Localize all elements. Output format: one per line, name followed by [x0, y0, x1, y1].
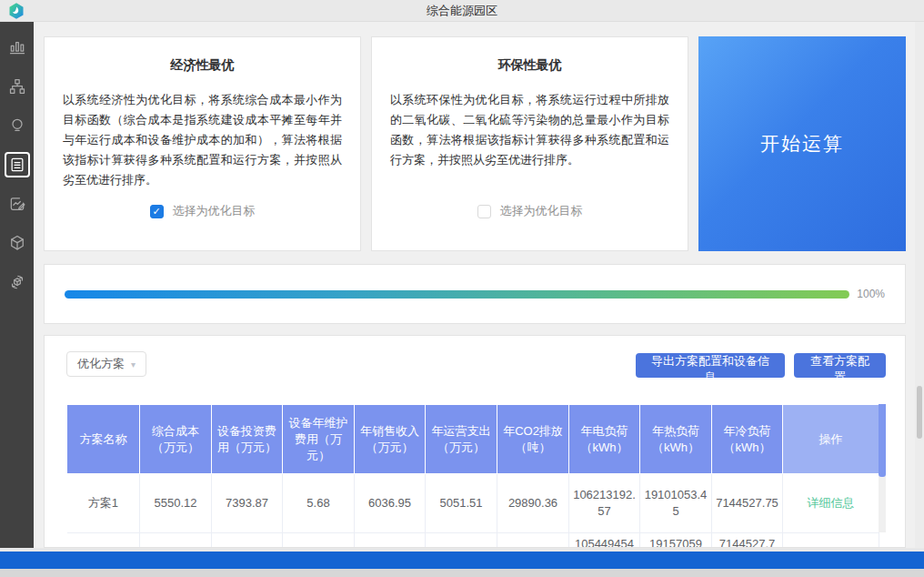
table-cell	[212, 533, 283, 549]
economic-checkbox-label: 选择为优化目标	[173, 203, 256, 219]
start-calculation-label: 开始运算	[760, 131, 844, 157]
environmental-card-description: 以系统环保性为优化目标，将系统运行过程中所排放的二氧化碳、二氧化硫等污染物的总量…	[390, 90, 669, 170]
sidebar-item-model[interactable]	[5, 230, 30, 256]
table-action-cell	[783, 533, 879, 549]
table-header-cell: 年热负荷（kWh）	[640, 405, 712, 474]
plan-type-dropdown[interactable]: 优化方案 ▾	[66, 351, 146, 377]
economic-checkbox-row[interactable]: ✓ 选择为优化目标	[45, 203, 360, 219]
lightbulb-icon	[8, 116, 26, 135]
table-header-cell: 年销售收入（万元）	[355, 405, 426, 474]
sidebar	[0, 22, 34, 548]
table-cell: 19157059	[640, 533, 712, 549]
page-scrollbar-thumb[interactable]	[917, 386, 922, 439]
export-config-button[interactable]: 导出方案配置和设备信息	[636, 353, 785, 378]
sidebar-item-simulation[interactable]	[5, 269, 30, 295]
progress-bar	[65, 290, 849, 299]
sidebar-item-topology[interactable]	[5, 74, 30, 99]
economic-card-title: 经济性最优	[63, 57, 342, 74]
table-cell: 7393.87	[212, 474, 283, 533]
table-cell	[497, 533, 569, 549]
bar-chart-icon	[8, 38, 26, 56]
table-header-cell: 年电负荷（kWh）	[569, 405, 640, 474]
table-header-cell: 设备投资费用（万元）	[212, 405, 283, 474]
cube-icon	[8, 234, 26, 252]
table-cell: 5051.51	[426, 474, 497, 533]
sidebar-item-report[interactable]	[5, 191, 30, 217]
table-header-cell: 综合成本（万元）	[140, 405, 212, 474]
table-cell: 方案1	[67, 474, 140, 533]
bottom-taskbar	[0, 552, 924, 569]
table-cell: 29890.36	[497, 474, 569, 533]
table-cell	[426, 533, 497, 549]
sidebar-item-energy[interactable]	[5, 113, 30, 138]
table-header-cell: 方案名称	[67, 405, 140, 474]
plan-type-dropdown-label: 优化方案	[77, 356, 125, 372]
detail-info-link[interactable]: 详细信息	[808, 496, 855, 510]
table-cell	[283, 533, 355, 549]
environmental-objective-card: 环保性最优 以系统环保性为优化目标，将系统运行过程中所排放的二氧化碳、二氧化硫等…	[371, 36, 688, 251]
table-cell: 105449454	[569, 533, 640, 549]
table-cell	[140, 533, 212, 549]
table-cell: 7144527.7	[712, 533, 783, 549]
page-title: 综合能源园区	[0, 3, 924, 19]
table-cell: 106213192.57	[569, 474, 640, 533]
table-cell: 19101053.45	[640, 474, 712, 533]
view-config-button[interactable]: 查看方案配置	[794, 353, 886, 378]
table-header-cell: 设备年维护费用（万元）	[283, 405, 355, 474]
table-scrollbar-track[interactable]	[879, 404, 886, 532]
progress-fill	[65, 290, 849, 299]
sidebar-item-optimization[interactable]	[5, 152, 30, 177]
economic-objective-card: 经济性最优 以系统经济性为优化目标，将系统综合成本最小作为目标函数（综合成本是指…	[44, 36, 361, 251]
bottom-edge-strip	[0, 569, 924, 577]
table-cell	[355, 533, 426, 549]
table-cell: 7144527.75	[712, 474, 783, 533]
chevron-down-icon: ▾	[131, 359, 136, 369]
table-cell	[67, 533, 140, 549]
table-action-cell: 详细信息	[783, 474, 879, 533]
table-header-cell: 年运营支出（万元）	[426, 405, 497, 474]
environmental-checkbox-label: 选择为优化目标	[500, 203, 583, 219]
progress-card: 100%	[44, 264, 906, 324]
edit-report-icon	[8, 195, 26, 213]
sitemap-icon	[8, 77, 26, 96]
table-header-cell: 年CO2排放（吨）	[497, 405, 569, 474]
economic-checkbox[interactable]: ✓	[150, 205, 164, 218]
app-logo-icon	[7, 2, 25, 20]
economic-card-description: 以系统经济性为优化目标，将系统综合成本最小作为目标函数（综合成本是指系统建设成本…	[63, 90, 342, 190]
table-cell: 5550.12	[140, 474, 212, 533]
cube-rotate-icon	[8, 273, 26, 291]
environmental-card-title: 环保性最优	[390, 57, 669, 74]
table-row: 方案15550.127393.875.686036.955051.5129890…	[67, 474, 879, 533]
document-list-icon	[8, 156, 26, 174]
table-cell: 5.68	[283, 474, 355, 533]
page-scrollbar-track[interactable]	[915, 22, 924, 548]
title-bar: 综合能源园区	[0, 0, 924, 22]
table-header-cell: 操作	[783, 405, 879, 474]
table-row: 105449454191570597144527.7	[67, 533, 879, 549]
main-content: 经济性最优 以系统经济性为优化目标，将系统综合成本最小作为目标函数（综合成本是指…	[34, 22, 924, 548]
table-header-row: 方案名称综合成本（万元）设备投资费用（万元）设备年维护费用（万元）年销售收入（万…	[67, 405, 879, 474]
sidebar-item-statistics[interactable]	[5, 35, 30, 60]
table-header-cell: 年冷负荷（kWh）	[712, 405, 783, 474]
results-card: 优化方案 ▾ 导出方案配置和设备信息 查看方案配置 方案名称综合成本（万元）设备…	[44, 335, 906, 548]
environmental-checkbox[interactable]	[477, 205, 491, 218]
start-calculation-button[interactable]: 开始运算	[698, 36, 906, 251]
progress-percent-label: 100%	[857, 288, 885, 300]
table-cell: 6036.95	[355, 474, 426, 533]
environmental-checkbox-row[interactable]: 选择为优化目标	[372, 203, 688, 219]
results-table: 方案名称综合成本（万元）设备投资费用（万元）设备年维护费用（万元）年销售收入（万…	[66, 404, 879, 548]
table-scrollbar-thumb[interactable]	[879, 404, 886, 477]
